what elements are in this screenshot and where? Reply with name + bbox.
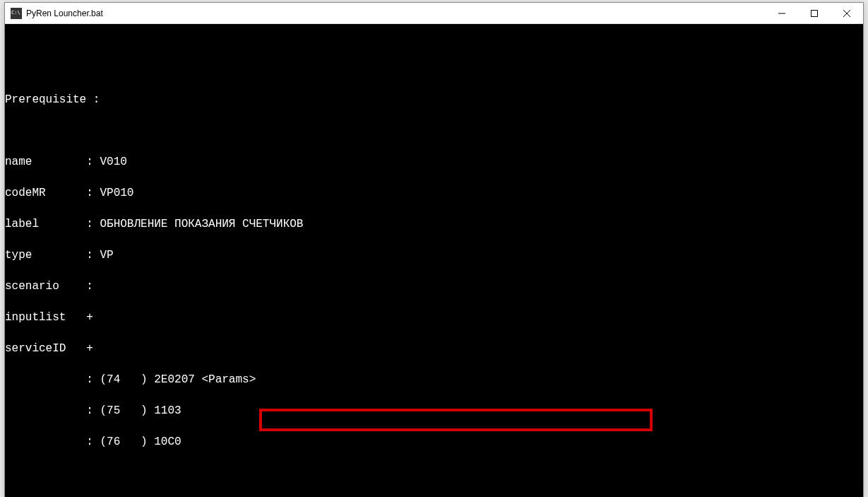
field-inputlist: inputlist + — [5, 310, 863, 325]
service-line: : (76 ) 10C0 — [5, 434, 863, 450]
maximize-button[interactable] — [798, 3, 831, 24]
cmd-icon — [11, 8, 22, 19]
minimize-button[interactable] — [766, 3, 798, 24]
window-title: PyRen Louncher.bat — [26, 8, 766, 18]
titlebar[interactable]: PyRen Louncher.bat — [5, 3, 863, 24]
terminal-content: Prerequisite : name : V010 codeMR : VP01… — [5, 55, 863, 497]
field-serviceid: serviceID + — [5, 341, 863, 356]
field-scenario: scenario : — [5, 279, 863, 294]
terminal[interactable]: Prerequisite : name : V010 codeMR : VP01… — [5, 24, 863, 497]
field-label: label : ОБНОВЛЕНИЕ ПОКАЗАНИЯ СЧЕТЧИКОВ — [5, 216, 863, 232]
prereq-header: Prerequisite : — [5, 92, 863, 107]
minimize-icon — [778, 10, 785, 17]
maximize-icon — [811, 10, 818, 17]
service-line: : (75 ) 1103 — [5, 403, 863, 419]
close-icon — [843, 10, 850, 17]
field-codemr: codeMR : VP010 — [5, 185, 863, 201]
close-button[interactable] — [831, 3, 863, 24]
svg-rect-1 — [811, 10, 818, 16]
field-type: type : VP — [5, 247, 863, 263]
service-line: : (74 ) 2E0207 <Params> — [5, 372, 863, 387]
field-name: name : V010 — [5, 154, 863, 170]
app-window: PyRen Louncher.bat Prerequisite : name :… — [4, 2, 864, 497]
